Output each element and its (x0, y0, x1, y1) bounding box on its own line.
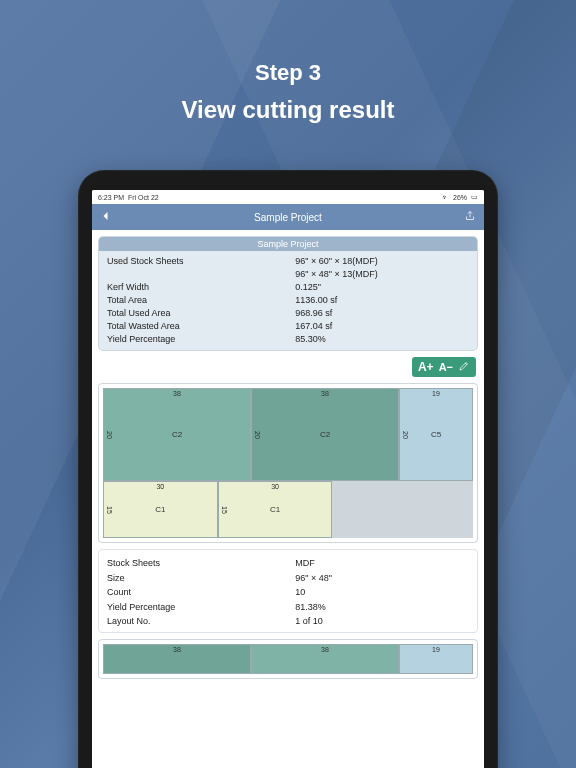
layout-card-next: 38 38 19 (98, 639, 478, 679)
piece-dim-top: 19 (432, 390, 440, 397)
tablet-frame: 6:23 PM Fri Oct 22 ᯤ 26% ▭ Sample Projec… (78, 170, 498, 768)
kerf-label: Kerf Width (107, 281, 295, 294)
status-left: 6:23 PM Fri Oct 22 (98, 194, 159, 201)
layout-detail: Stock SheetsMDF Size96" × 48" Count10 Yi… (98, 549, 478, 633)
used-area-value: 968.96 sf (295, 307, 469, 320)
total-area-label: Total Area (107, 294, 295, 307)
wasted-area-value: 167.04 sf (295, 320, 469, 333)
piece-dim-left: 20 (106, 431, 113, 439)
size-label: Size (107, 571, 295, 585)
tablet-screen: 6:23 PM Fri Oct 22 ᯤ 26% ▭ Sample Projec… (92, 190, 484, 768)
piece-dim-top: 30 (271, 483, 279, 490)
yield-value: 85.30% (295, 333, 469, 346)
used-area-label: Total Used Area (107, 307, 295, 320)
dyield-label: Yield Percentage (107, 600, 295, 614)
piece-dim-left: 20 (402, 431, 409, 439)
summary-header: Sample Project (99, 237, 477, 251)
stock-label: Stock Sheets (107, 556, 295, 570)
piece-label: C1 (270, 505, 280, 514)
piece-dim-top: 38 (173, 646, 181, 653)
used-sheets-value-2: 96" × 48" × 13(MDF) (295, 268, 469, 281)
zoom-in-button[interactable]: A+ (418, 360, 434, 374)
cutting-layout[interactable]: 38 20 C2 38 20 C2 19 20 C5 (103, 388, 473, 538)
step-title: View cutting result (0, 96, 576, 124)
status-bar: 6:23 PM Fri Oct 22 ᯤ 26% ▭ (92, 190, 484, 204)
piece-c2-2[interactable]: 38 20 C2 (251, 388, 399, 481)
step-number: Step 3 (0, 60, 576, 86)
status-date: Fri Oct 22 (128, 194, 159, 201)
nav-title: Sample Project (254, 212, 322, 223)
status-right: ᯤ 26% ▭ (442, 193, 478, 201)
piece-dim-left: 15 (221, 506, 228, 514)
page-heading: Step 3 View cutting result (0, 60, 576, 124)
cutting-layout-peek[interactable]: 38 38 19 (103, 644, 473, 674)
wasted-area-label: Total Wasted Area (107, 320, 295, 333)
total-area-value: 1136.00 sf (295, 294, 469, 307)
piece-c1-1[interactable]: 30 15 C1 (103, 481, 218, 538)
used-sheets-label: Used Stock Sheets (107, 255, 295, 268)
peek-piece-3[interactable]: 19 (399, 644, 473, 674)
content-area[interactable]: Sample Project Used Stock Sheets96" × 60… (92, 230, 484, 768)
layout-card: 38 20 C2 38 20 C2 19 20 C5 (98, 383, 478, 543)
piece-dim-top: 38 (321, 390, 329, 397)
status-time: 6:23 PM (98, 194, 124, 201)
zoom-tools: A+ A− (412, 357, 476, 377)
share-button[interactable] (464, 210, 476, 224)
layoutno-label: Layout No. (107, 614, 295, 628)
piece-c2-1[interactable]: 38 20 C2 (103, 388, 251, 481)
layoutno-value: 1 of 10 (295, 614, 469, 628)
peek-piece-2[interactable]: 38 (251, 644, 399, 674)
dyield-value: 81.38% (295, 600, 469, 614)
back-button[interactable] (100, 210, 112, 224)
piece-dim-top: 30 (156, 483, 164, 490)
piece-c5[interactable]: 19 20 C5 (399, 388, 473, 481)
brush-icon[interactable] (458, 360, 470, 374)
piece-label: C5 (431, 430, 441, 439)
kerf-value: 0.125" (295, 281, 469, 294)
piece-label: C2 (172, 430, 182, 439)
peek-piece-1[interactable]: 38 (103, 644, 251, 674)
nav-bar: Sample Project (92, 204, 484, 230)
piece-label: C1 (155, 505, 165, 514)
count-label: Count (107, 585, 295, 599)
piece-c1-2[interactable]: 30 15 C1 (218, 481, 333, 538)
piece-dim-top: 38 (321, 646, 329, 653)
battery-icon: ▭ (471, 193, 478, 201)
piece-dim-left: 15 (106, 506, 113, 514)
piece-dim-left: 20 (254, 431, 261, 439)
stock-value: MDF (295, 556, 469, 570)
wifi-icon: ᯤ (442, 194, 449, 201)
battery-percent: 26% (453, 194, 467, 201)
piece-dim-top: 38 (173, 390, 181, 397)
summary-card: Sample Project Used Stock Sheets96" × 60… (98, 236, 478, 351)
yield-label: Yield Percentage (107, 333, 295, 346)
count-value: 10 (295, 585, 469, 599)
used-sheets-value-1: 96" × 60" × 18(MDF) (295, 255, 469, 268)
piece-label: C2 (320, 430, 330, 439)
size-value: 96" × 48" (295, 571, 469, 585)
piece-dim-top: 19 (432, 646, 440, 653)
zoom-out-button[interactable]: A− (439, 361, 453, 373)
